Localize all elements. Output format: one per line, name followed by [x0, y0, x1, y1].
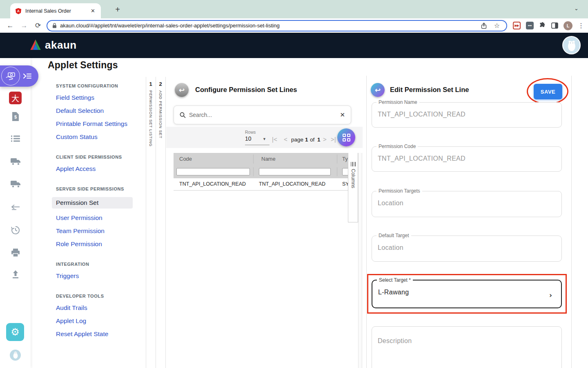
sidebar-item-applet-access[interactable]: Applet Access — [56, 165, 138, 173]
cell-name: TNT_API_LOCATION_READ — [259, 181, 325, 187]
menu-section-header: INTEGRATION — [56, 262, 138, 267]
left-icon-rail: 大 $ ⚙ — [0, 58, 31, 368]
truck-icon-2[interactable] — [0, 180, 31, 188]
search-icon — [180, 112, 186, 118]
prev-page-button[interactable]: < — [284, 136, 287, 143]
sidebar-item-user-permission[interactable]: User Permission — [56, 214, 138, 222]
sales-applet-icon[interactable] — [1, 67, 20, 85]
tab-permission-set-listing[interactable]: 1 PERMISSION SET LISTING — [146, 77, 156, 368]
settings-gear-button[interactable]: ⚙ — [6, 323, 24, 341]
angular-favicon-icon: A — [15, 8, 22, 14]
description-field[interactable]: Description — [372, 326, 562, 368]
url-bar[interactable]: akaun.cloud/#/applet/tnt/wavelet/erp/int… — [47, 20, 507, 31]
sidebar-item-field-settings[interactable]: Field Settings — [56, 94, 138, 101]
list-icon[interactable] — [0, 135, 31, 142]
first-page-button[interactable]: |< — [272, 136, 277, 143]
browser-toolbar: ← → ⟳ akaun.cloud/#/applet/tnt/wavelet/e… — [0, 18, 588, 33]
bookmark-star-icon[interactable]: ☆ — [494, 22, 500, 29]
sidebar-item-team-permission[interactable]: Team Permission — [56, 227, 138, 235]
field-label: Default Target — [376, 233, 411, 238]
forward-button[interactable]: → — [17, 22, 31, 30]
column-header-name[interactable]: Name — [261, 156, 276, 162]
back-button-right[interactable]: ↩ — [371, 83, 385, 97]
upload-icon[interactable] — [0, 270, 31, 279]
sidebar-item-permission-set[interactable]: Permission Set — [52, 197, 133, 209]
rows-per-page-select[interactable]: 10 — [245, 135, 252, 142]
menu-section-header: DEVELOPER TOOLS — [56, 294, 138, 298]
return-arrow-icon[interactable] — [0, 204, 31, 211]
right-panel-title: Edit Permission Set Line — [390, 86, 469, 94]
right-panel-scrollbar[interactable] — [571, 76, 572, 368]
menu-section-header: SYSTEM CONFIGURATION — [56, 83, 138, 88]
penguin-avatar-icon[interactable] — [10, 350, 21, 361]
table-scrollbar[interactable] — [358, 153, 362, 368]
clear-search-icon[interactable]: ✕ — [340, 111, 345, 119]
new-tab-button[interactable]: + — [113, 5, 122, 14]
sidebar-item-role-permission[interactable]: Role Permission — [56, 240, 138, 248]
panel-divider — [366, 76, 367, 368]
table-filter-row — [174, 165, 358, 178]
sidebar-item-applet-log[interactable]: Applet Log — [56, 317, 138, 325]
permission-lines-table: Code Name Type TNT_API_LOCATION_READ TNT… — [174, 153, 358, 192]
columns-panel-tab[interactable]: Columns — [348, 153, 358, 222]
sidebar-item-custom-status[interactable]: Custom Status — [56, 133, 138, 141]
chevron-down-icon: ▼ — [263, 137, 266, 141]
sidebar-item-default-selection[interactable]: Default Selection — [56, 107, 138, 114]
field-label: Permission Code — [376, 144, 418, 149]
browser-menu-icon[interactable]: ⋮ — [578, 22, 584, 29]
tab-search-chevron-icon[interactable]: ⌄ — [574, 5, 579, 11]
grip-icon — [351, 162, 356, 166]
extension-dots-icon[interactable]: ••• — [526, 22, 534, 29]
permission-code-field[interactable]: Permission Code TNT_API_LOCATION_READ — [372, 146, 562, 172]
applet-switcher-pill[interactable] — [0, 65, 38, 87]
search-input[interactable]: Search... ✕ — [174, 105, 351, 124]
next-page-button[interactable]: > — [323, 136, 327, 143]
sidebar-item-audit-trails[interactable]: Audit Trails — [56, 304, 138, 312]
chevron-right-icon: › — [549, 291, 552, 299]
akaun-logo[interactable]: akaun — [29, 38, 77, 52]
lock-icon — [52, 23, 57, 28]
back-button[interactable]: ← — [3, 22, 17, 30]
sidebar-item-triggers[interactable]: Triggers — [56, 272, 138, 280]
sim-card-dollar-icon[interactable]: $ — [0, 111, 31, 122]
tab-title: Internal Sales Order — [25, 8, 89, 14]
column-header-code[interactable]: Code — [179, 156, 192, 162]
default-target-field[interactable]: Default Target Location — [372, 236, 562, 262]
sidebar-toggle-icon[interactable] — [551, 22, 558, 29]
history-icon[interactable] — [0, 226, 31, 235]
select-target-field[interactable]: Select Target * L-Rawang › — [372, 280, 562, 308]
svg-text:$: $ — [14, 114, 16, 119]
printer-icon[interactable] — [0, 248, 31, 257]
close-tab-icon[interactable]: ✕ — [89, 7, 97, 15]
mascot-avatar[interactable] — [562, 36, 581, 54]
reload-button[interactable]: ⟳ — [31, 21, 45, 30]
menu-section-header: CLIENT SIDE PERMISSIONS — [56, 155, 138, 159]
table-row[interactable]: TNT_API_LOCATION_READ TNT_API_LOCATION_R… — [174, 178, 358, 191]
collapse-menu-icon[interactable] — [23, 72, 32, 80]
cell-code: TNT_API_LOCATION_READ — [179, 181, 246, 187]
filter-input-name[interactable] — [259, 168, 331, 175]
permission-targets-field[interactable]: Permission Targets Location — [372, 191, 562, 217]
tab-add-permission-set[interactable]: 2 ADD PERMISSION SET — [156, 77, 165, 368]
field-placeholder: Description — [372, 327, 561, 345]
settings-menu: SYSTEM CONFIGURATION Field Settings Defa… — [56, 83, 138, 343]
back-arrow-icon: ↩ — [375, 87, 381, 94]
back-button-middle[interactable]: ↩ — [175, 83, 189, 97]
field-label: Permission Targets — [376, 188, 422, 194]
profile-avatar[interactable]: L — [564, 21, 572, 30]
truck-icon[interactable] — [0, 157, 31, 166]
red-app-icon[interactable]: 大 — [0, 92, 31, 104]
sidebar-item-printable-format-settings[interactable]: Printable Format Settings — [56, 120, 138, 128]
share-icon[interactable] — [481, 22, 487, 29]
field-label: Permission Name — [376, 99, 419, 105]
last-page-button[interactable]: >| — [331, 136, 336, 143]
extension-red-icon[interactable]: ▶▶ — [513, 22, 521, 29]
grid-icon — [343, 134, 350, 141]
filter-input-code[interactable] — [176, 168, 250, 175]
browser-tab[interactable]: A Internal Sales Order ✕ — [10, 3, 101, 18]
tab-label: PERMISSION SET LISTING — [148, 90, 153, 147]
extensions-puzzle-icon[interactable] — [539, 22, 546, 29]
grid-view-button[interactable] — [337, 128, 355, 146]
permission-name-field[interactable]: Permission Name TNT_API_LOCATION_READ — [372, 102, 562, 128]
sidebar-item-reset-applet-state[interactable]: Reset Applet State — [56, 330, 138, 338]
